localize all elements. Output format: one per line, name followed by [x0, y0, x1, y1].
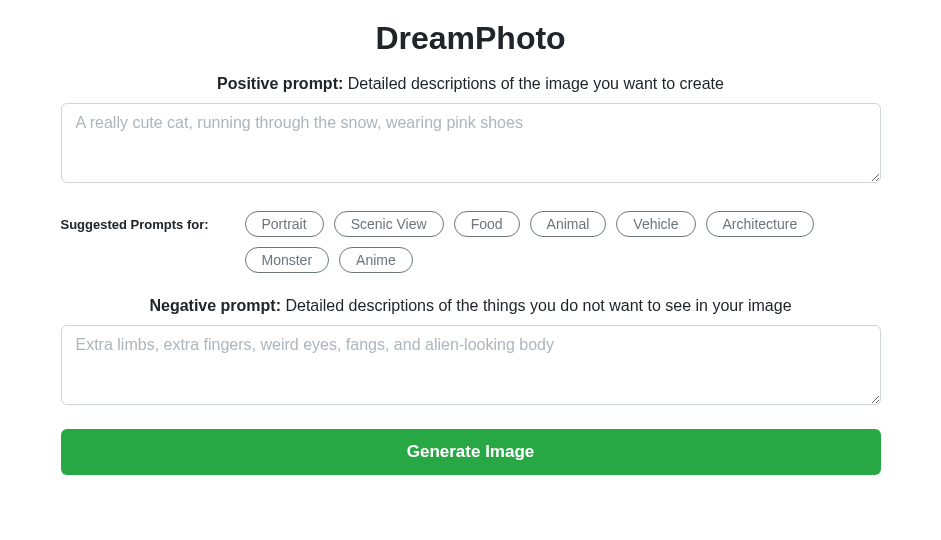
- pill-food[interactable]: Food: [454, 211, 520, 237]
- positive-prompt-label: Positive prompt: Detailed descriptions o…: [61, 75, 881, 93]
- pill-animal[interactable]: Animal: [530, 211, 607, 237]
- negative-prompt-label-bold: Negative prompt:: [149, 297, 281, 314]
- pill-portrait[interactable]: Portrait: [245, 211, 324, 237]
- negative-prompt-input[interactable]: [61, 325, 881, 405]
- pill-anime[interactable]: Anime: [339, 247, 413, 273]
- suggested-prompts-label: Suggested Prompts for:: [61, 211, 221, 232]
- positive-prompt-label-desc: Detailed descriptions of the image you w…: [343, 75, 724, 92]
- positive-prompt-input[interactable]: [61, 103, 881, 183]
- pill-vehicle[interactable]: Vehicle: [616, 211, 695, 237]
- generate-image-button[interactable]: Generate Image: [61, 429, 881, 475]
- suggested-prompts-pills: Portrait Scenic View Food Animal Vehicle…: [245, 211, 881, 273]
- negative-prompt-label-desc: Detailed descriptions of the things you …: [281, 297, 792, 314]
- pill-scenic-view[interactable]: Scenic View: [334, 211, 444, 237]
- pill-monster[interactable]: Monster: [245, 247, 330, 273]
- pill-architecture[interactable]: Architecture: [706, 211, 815, 237]
- positive-prompt-label-bold: Positive prompt:: [217, 75, 343, 92]
- negative-prompt-label: Negative prompt: Detailed descriptions o…: [61, 297, 881, 315]
- page-title: DreamPhoto: [61, 20, 881, 57]
